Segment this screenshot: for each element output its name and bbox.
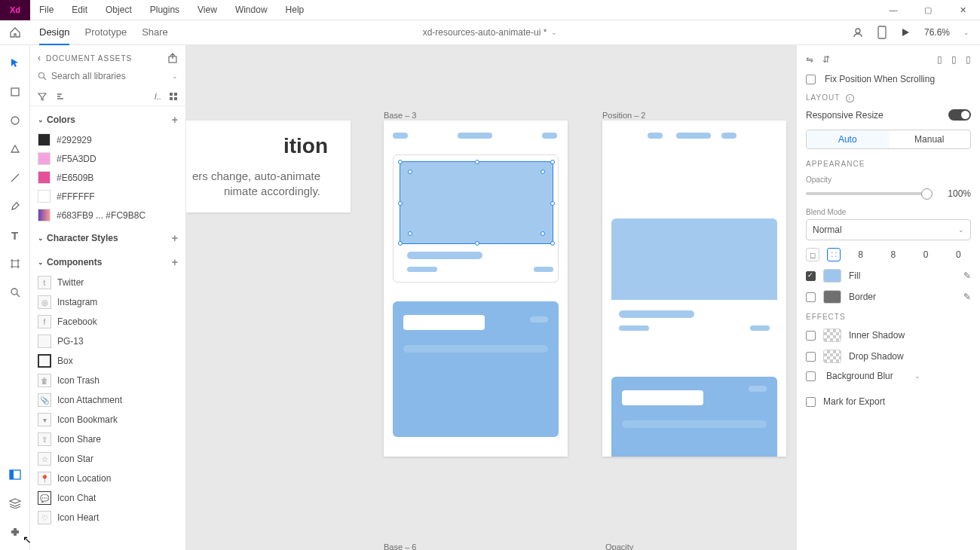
search-input[interactable]	[51, 71, 167, 81]
pen-tool[interactable]	[8, 199, 23, 214]
component-item[interactable]: ▾Icon Bookmark	[30, 410, 185, 429]
align-center-icon[interactable]: ▯	[951, 54, 957, 65]
color-swatch[interactable]: #F5A3DD	[30, 149, 185, 168]
artboard-tool[interactable]	[8, 256, 23, 271]
fill-color-chip[interactable]	[823, 269, 841, 283]
color-swatch[interactable]: #E6509B	[30, 168, 185, 187]
component-item[interactable]: tTwitter	[30, 273, 185, 292]
maximize-button[interactable]: ▢	[911, 0, 945, 20]
component-item[interactable]: ♡Icon Heart	[30, 508, 185, 527]
menu-object[interactable]: Object	[96, 0, 141, 20]
tab-prototype[interactable]: Prototype	[84, 20, 127, 45]
auto-button[interactable]: Auto	[807, 130, 889, 148]
add-color-button[interactable]: +	[172, 114, 178, 126]
corner-bl[interactable]: 0	[946, 249, 971, 260]
blend-mode-select[interactable]: Normal⌄	[806, 219, 971, 240]
border-checkbox[interactable]	[806, 292, 816, 302]
menu-help[interactable]: Help	[277, 0, 314, 20]
artboard-label[interactable]: Opacity	[605, 542, 633, 550]
select-tool[interactable]	[8, 56, 23, 71]
manual-button[interactable]: Manual	[889, 130, 971, 148]
chevron-down-icon[interactable]: ⌄	[914, 372, 920, 380]
text-tool[interactable]: T	[8, 228, 23, 243]
eyedropper-icon[interactable]: ✎	[963, 292, 971, 302]
artboard-label[interactable]: Position – 2	[602, 111, 645, 120]
artboard-label[interactable]: Base – 6	[384, 542, 416, 550]
component-item[interactable]: ⇪Icon Share	[30, 429, 185, 449]
layers-panel-button[interactable]	[8, 496, 23, 511]
responsive-toggle[interactable]	[948, 109, 971, 121]
fix-position-checkbox[interactable]	[806, 75, 816, 84]
component-item[interactable]: fFacebook	[30, 312, 185, 332]
menu-view[interactable]: View	[188, 0, 226, 20]
corner-br[interactable]: 0	[914, 249, 939, 260]
component-item[interactable]: 📎Icon Attachment	[30, 390, 185, 410]
artboard-base-3[interactable]	[384, 121, 568, 457]
info-icon[interactable]: i	[846, 94, 854, 102]
component-item[interactable]: PG-13	[30, 332, 185, 351]
opacity-slider[interactable]	[806, 192, 928, 195]
minimize-button[interactable]: ―	[876, 0, 911, 20]
component-item[interactable]: 🗑Icon Trash	[30, 371, 185, 390]
component-item[interactable]: Box	[30, 351, 185, 371]
zoom-tool[interactable]	[8, 285, 23, 300]
chevron-down-icon[interactable]: ⌄	[172, 72, 178, 80]
inner-shadow-chip[interactable]	[823, 328, 841, 342]
align-left-icon[interactable]: ▯	[937, 54, 942, 65]
add-component-button[interactable]: +	[172, 256, 178, 268]
chevron-down-icon[interactable]: ⌄	[551, 29, 557, 36]
assets-panel-button[interactable]	[8, 467, 23, 482]
flip-vertical-icon[interactable]: ⇵	[822, 54, 830, 65]
component-item[interactable]: ☆Icon Star	[30, 449, 185, 469]
resize-mode-segment[interactable]: Auto Manual	[806, 130, 971, 149]
zoom-level[interactable]: 76.6%	[924, 27, 950, 38]
artboard-label[interactable]: Base – 3	[384, 111, 416, 120]
tab-share[interactable]: Share	[142, 20, 168, 45]
menu-window[interactable]: Window	[226, 0, 277, 20]
home-button[interactable]	[0, 20, 30, 44]
caret-icon[interactable]: ⌄	[38, 258, 44, 266]
drop-shadow-checkbox[interactable]	[806, 352, 816, 362]
same-corners-icon[interactable]: ◻	[806, 248, 819, 261]
component-item[interactable]: 📍Icon Location	[30, 469, 185, 488]
sort-icon[interactable]	[56, 92, 65, 101]
rectangle-tool[interactable]	[8, 84, 23, 99]
export-checkbox[interactable]	[806, 397, 816, 407]
invite-icon[interactable]	[852, 26, 864, 38]
color-swatch[interactable]: #683FB9 ... #FC9B8C	[30, 206, 185, 225]
add-charstyle-button[interactable]: +	[172, 232, 178, 244]
plugins-panel-button[interactable]	[8, 524, 23, 539]
corner-tl[interactable]: 8	[848, 249, 873, 260]
play-preview-icon[interactable]	[900, 27, 911, 38]
align-right-icon[interactable]: ▯	[966, 54, 971, 65]
polygon-tool[interactable]	[8, 142, 23, 157]
caret-icon[interactable]: ⌄	[38, 234, 44, 242]
canvas[interactable]: ition ers change, auto-animatenimate acc…	[186, 45, 796, 550]
color-swatch[interactable]: #292929	[30, 130, 185, 149]
line-tool[interactable]	[8, 170, 23, 185]
caret-icon[interactable]: ⌄	[38, 116, 44, 124]
independent-corners-icon[interactable]: ⸬	[827, 248, 841, 261]
flip-horizontal-icon[interactable]: ⇋	[806, 54, 813, 65]
eyedropper-icon[interactable]: ✎	[963, 270, 971, 281]
color-swatch[interactable]: #FFFFFF	[30, 187, 185, 206]
inner-shadow-checkbox[interactable]	[806, 331, 816, 341]
menu-file[interactable]: File	[30, 0, 63, 20]
back-icon[interactable]: ‹	[38, 53, 41, 63]
artboard-position-2[interactable]	[602, 121, 786, 457]
menu-plugins[interactable]: Plugins	[141, 0, 188, 20]
mobile-preview-icon[interactable]	[877, 26, 887, 39]
blur-checkbox[interactable]	[806, 371, 816, 381]
selected-rectangle[interactable]	[400, 161, 553, 244]
drop-shadow-chip[interactable]	[823, 350, 841, 363]
grid-view-icon[interactable]	[169, 92, 178, 101]
publish-icon[interactable]	[167, 53, 178, 63]
component-item[interactable]: ◎Instagram	[30, 292, 185, 312]
zoom-chevron-icon[interactable]: ⌄	[963, 29, 969, 36]
border-color-chip[interactable]	[823, 290, 841, 304]
text-artboard[interactable]: ition ers change, auto-animatenimate acc…	[186, 121, 351, 212]
corner-tr[interactable]: 8	[880, 249, 905, 260]
component-item[interactable]: 💬Icon Chat	[30, 488, 185, 508]
tab-design[interactable]: Design	[39, 20, 69, 45]
ellipse-tool[interactable]	[8, 113, 23, 128]
